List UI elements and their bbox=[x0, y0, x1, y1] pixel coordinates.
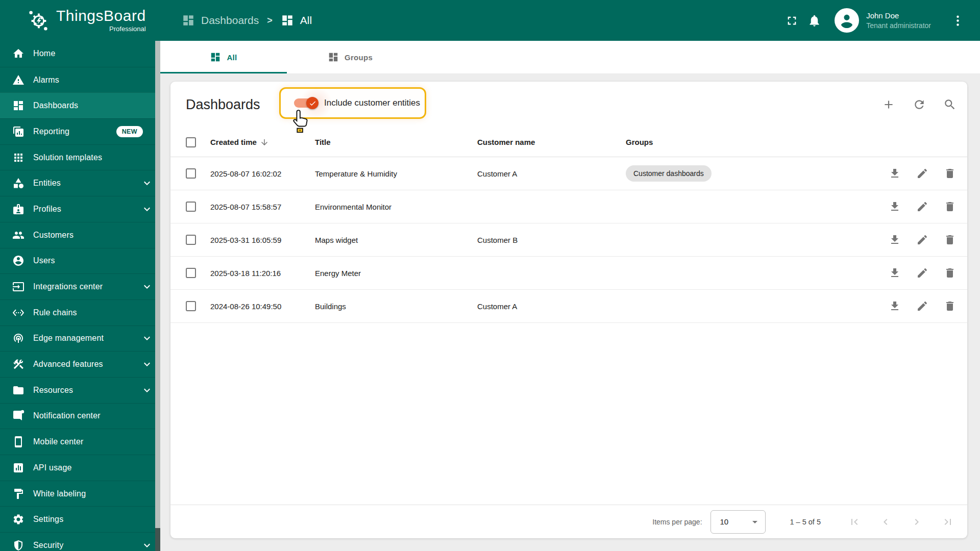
new-badge: NEW bbox=[116, 126, 143, 137]
include-customer-entities-highlight: Include customer entities bbox=[279, 87, 426, 119]
items-per-page-select[interactable]: 10 bbox=[710, 510, 766, 534]
tab-all[interactable]: All bbox=[160, 41, 287, 73]
chevron-down-icon[interactable] bbox=[141, 384, 153, 396]
customers-icon bbox=[12, 229, 24, 241]
sidebar-item-dashboards[interactable]: Dashboards bbox=[0, 92, 160, 118]
sidebar-item-label: Notification center bbox=[33, 411, 101, 420]
delete-button[interactable] bbox=[940, 163, 960, 184]
last-page-button[interactable] bbox=[942, 516, 954, 528]
table-row[interactable]: 2025-08-07 15:58:57Environmental Monitor bbox=[170, 190, 967, 223]
sidebar-item-advanced-features[interactable]: Advanced features bbox=[0, 351, 160, 377]
dashboards-panel: Dashboards Include customer entities bbox=[170, 82, 967, 538]
table-row[interactable]: 2025-08-07 16:02:02Temperature & Humidit… bbox=[170, 157, 967, 190]
next-page-button[interactable] bbox=[911, 516, 923, 528]
search-button[interactable] bbox=[940, 94, 960, 115]
chevron-down-icon[interactable] bbox=[141, 358, 153, 370]
edit-icon bbox=[916, 167, 928, 180]
download-icon bbox=[889, 234, 901, 246]
download-icon bbox=[889, 267, 901, 279]
sidebar-item-label: Settings bbox=[33, 515, 63, 524]
breadcrumb-all[interactable]: All bbox=[281, 14, 312, 27]
reporting-icon bbox=[12, 126, 24, 138]
row-actions bbox=[885, 230, 967, 250]
notifications-button[interactable] bbox=[803, 9, 825, 32]
download-button[interactable] bbox=[885, 296, 905, 316]
sidebar-item-label: Profiles bbox=[33, 205, 61, 214]
sidebar-item-integrations-center[interactable]: Integrations center bbox=[0, 273, 160, 299]
sidebar-item-notification-center[interactable]: Notification center bbox=[0, 403, 160, 429]
edit-button[interactable] bbox=[912, 296, 933, 316]
include-customer-entities-toggle[interactable] bbox=[294, 97, 317, 109]
sidebar-item-home[interactable]: Home bbox=[0, 41, 160, 67]
group-chip[interactable]: Customer dashboards bbox=[626, 165, 712, 182]
chevron-down-icon[interactable] bbox=[141, 332, 153, 344]
breadcrumb-dashboards[interactable]: Dashboards bbox=[182, 14, 259, 27]
sidebar-item-entities[interactable]: Entities bbox=[0, 170, 160, 196]
table-row[interactable]: 2025-03-18 11:20:16Energy Meter bbox=[170, 257, 967, 290]
table-row[interactable]: 2025-03-31 16:05:59Maps widgetCustomer B bbox=[170, 223, 967, 257]
avatar[interactable] bbox=[835, 8, 859, 33]
first-page-button[interactable] bbox=[848, 516, 861, 528]
cell-customer-name: Customer B bbox=[477, 236, 626, 244]
sidebar-item-alarms[interactable]: Alarms bbox=[0, 67, 160, 93]
chevron-down-icon[interactable] bbox=[141, 539, 153, 551]
row-checkbox[interactable] bbox=[186, 202, 196, 212]
edit-button[interactable] bbox=[912, 263, 933, 283]
sidebar-item-users[interactable]: Users bbox=[0, 248, 160, 274]
download-icon bbox=[889, 167, 901, 180]
sidebar-item-api-usage[interactable]: API usage bbox=[0, 455, 160, 481]
cell-customer-name: Customer A bbox=[477, 169, 626, 178]
sidebar-item-resources[interactable]: Resources bbox=[0, 377, 160, 403]
tab-label: All bbox=[227, 53, 237, 62]
row-checkbox[interactable] bbox=[186, 301, 196, 311]
table-row[interactable]: 2024-08-26 10:49:50BuildingsCustomer A bbox=[170, 290, 967, 323]
sidebar-item-solution-templates[interactable]: Solution templates bbox=[0, 144, 160, 170]
thingsboard-logo[interactable]: ThingsBoard Professional bbox=[27, 8, 146, 33]
delete-button[interactable] bbox=[940, 196, 960, 217]
chevron-down-icon[interactable] bbox=[141, 281, 153, 293]
sidebar-item-mobile-center[interactable]: Mobile center bbox=[0, 429, 160, 455]
add-dashboard-button[interactable] bbox=[878, 94, 899, 115]
download-button[interactable] bbox=[885, 263, 905, 283]
sidebar-item-security[interactable]: Security bbox=[0, 532, 160, 551]
row-checkbox[interactable] bbox=[186, 268, 196, 278]
sidebar-item-settings[interactable]: Settings bbox=[0, 506, 160, 532]
chevron-down-icon[interactable] bbox=[141, 177, 153, 189]
more-menu-button[interactable] bbox=[946, 9, 969, 32]
sidebar-item-label: Home bbox=[33, 49, 55, 58]
sidebar-item-edge-management[interactable]: Edge management bbox=[0, 325, 160, 352]
dashboard-icon bbox=[182, 14, 195, 27]
sidebar-item-profiles[interactable]: Profiles bbox=[0, 196, 160, 222]
sidebar-item-reporting[interactable]: ReportingNEW bbox=[0, 118, 160, 144]
edit-button[interactable] bbox=[912, 163, 933, 184]
select-all-checkbox[interactable] bbox=[186, 137, 196, 147]
row-checkbox[interactable] bbox=[186, 235, 196, 245]
delete-button[interactable] bbox=[940, 230, 960, 250]
download-button[interactable] bbox=[885, 163, 905, 184]
column-header-customer-name[interactable]: Customer name bbox=[477, 138, 626, 146]
edit-button[interactable] bbox=[912, 196, 933, 217]
column-header-created-time[interactable]: Created time bbox=[210, 138, 269, 147]
mobile-icon bbox=[12, 436, 24, 448]
chevron-down-icon[interactable] bbox=[141, 203, 153, 215]
fullscreen-button[interactable] bbox=[780, 9, 803, 32]
refresh-button[interactable] bbox=[909, 94, 929, 115]
prev-page-button[interactable] bbox=[879, 516, 892, 528]
edit-button[interactable] bbox=[912, 230, 933, 250]
sidebar-item-label: Customers bbox=[33, 231, 74, 240]
download-button[interactable] bbox=[885, 196, 905, 217]
download-button[interactable] bbox=[885, 230, 905, 250]
column-header-groups[interactable]: Groups bbox=[626, 138, 960, 146]
sidebar-item-white-labeling[interactable]: White labeling bbox=[0, 481, 160, 507]
user-menu[interactable]: John Doe Tenant administrator bbox=[866, 11, 931, 30]
row-checkbox[interactable] bbox=[186, 168, 196, 179]
sidebar-item-customers[interactable]: Customers bbox=[0, 222, 160, 248]
delete-button[interactable] bbox=[940, 296, 960, 316]
delete-button[interactable] bbox=[940, 263, 960, 283]
column-header-title[interactable]: Title bbox=[315, 138, 477, 146]
cell-customer-name: Customer A bbox=[477, 302, 626, 311]
thingsboard-logo-icon bbox=[27, 9, 50, 32]
tab-groups[interactable]: Groups bbox=[287, 41, 413, 73]
sidebar-scrollbar-thumb[interactable] bbox=[155, 41, 160, 528]
sidebar-item-rule-chains[interactable]: Rule chains bbox=[0, 299, 160, 325]
